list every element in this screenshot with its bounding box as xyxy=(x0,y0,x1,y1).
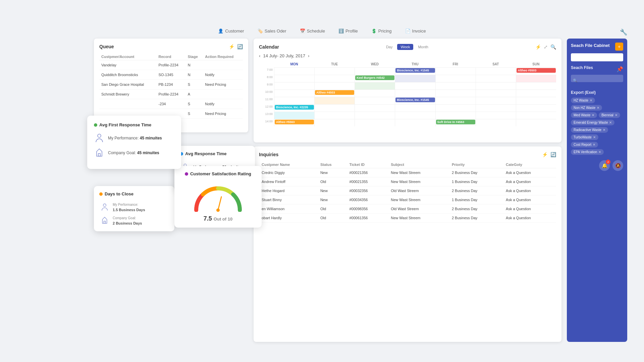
event-bioscience-1[interactable]: Bioscience, Inc. #1545 xyxy=(395,68,435,73)
inq-priority: 2 Business Day xyxy=(449,186,503,195)
tab-week[interactable]: Week xyxy=(397,44,413,50)
file-cabinet-search-input[interactable] xyxy=(571,53,623,61)
my-performance-row: My Performance: 45 minuites xyxy=(94,133,174,143)
cal-cell-sun-13 xyxy=(516,112,556,119)
remove-tag-btn[interactable]: ✕ xyxy=(615,113,618,117)
days-title: Days to Close xyxy=(99,191,169,196)
svg-rect-3 xyxy=(104,221,106,224)
event-bioscience-mon[interactable]: Bioscience, Inc. #2235 xyxy=(275,105,314,110)
export-tag-biennial[interactable]: Biennial✕ xyxy=(599,112,620,118)
inquiries-filter-btn[interactable]: ⚡ xyxy=(542,152,548,157)
cal-cell-sun-14 xyxy=(516,119,556,126)
queue-account: Schmidt Brewery xyxy=(99,89,156,99)
file-cabinet-add-btn[interactable]: + xyxy=(615,43,623,51)
queue-filter-btn[interactable]: ⚡ xyxy=(229,44,234,49)
queue-row[interactable]: -234 S Notify xyxy=(99,99,243,109)
queue-col-action: Action Required xyxy=(203,53,243,60)
calendar-tabs: Day Week Month xyxy=(383,44,432,50)
inq-row[interactable]: Credric Diggiy New #00021356 New Wast St… xyxy=(259,168,556,177)
event-bioscience-2[interactable]: Bioscience, Inc. #1545 xyxy=(395,98,435,102)
cal-next-btn[interactable]: › xyxy=(308,53,309,58)
svg-line-6 xyxy=(218,197,221,210)
export-tag-label: TurboWaste xyxy=(574,135,592,139)
tab-month[interactable]: Month xyxy=(415,44,432,50)
queue-col-stage: Stage xyxy=(186,53,203,60)
inq-row[interactable]: en Williamson Old #00098356 Old Wast Str… xyxy=(259,204,556,214)
inq-subject: New Wast Streem xyxy=(388,195,449,204)
remove-tag-btn[interactable]: ✕ xyxy=(609,121,612,124)
remove-tag-btn[interactable]: ✕ xyxy=(593,135,596,139)
export-tag-non-hz-waste[interactable]: Non HZ Waste✕ xyxy=(571,105,602,111)
remove-tag-btn[interactable]: ✕ xyxy=(592,113,594,117)
avg-first-response-card: Avg First Response Time My Performance: … xyxy=(87,116,181,169)
inq-priority: 1 Business Day xyxy=(449,177,503,186)
nav-customer[interactable]: 👤 Customer xyxy=(218,28,244,34)
calendar-expand-btn[interactable]: ⤢ xyxy=(544,44,548,50)
nav-sales-oder[interactable]: 🏷️ Sales Oder xyxy=(258,28,286,34)
inquiries-title: Inquiries xyxy=(259,152,278,157)
event-altheo-3[interactable]: Altheo #5563 xyxy=(275,120,314,124)
export-tags: HZ Waste✕Non HZ Waste✕Med Waste✕Biennial… xyxy=(571,98,623,155)
nav-profile[interactable]: ℹ️ Profile xyxy=(338,28,358,34)
inq-row[interactable]: Andrew Fintoff Old #00021355 New Wast St… xyxy=(259,177,556,186)
export-tag-epa-verification[interactable]: EPA Verification✕ xyxy=(571,149,604,155)
inq-priority: 2 Business Day xyxy=(449,214,503,223)
company-days-icon xyxy=(99,215,110,226)
queue-col-record: Record xyxy=(156,53,185,60)
inq-row[interactable]: Hethe Hogard New #00032356 Old Wast Stre… xyxy=(259,186,556,195)
queue-record: SO-1345 xyxy=(156,70,185,80)
event-keel-burgers[interactable]: Keel Burgers #4542 xyxy=(355,75,394,80)
queue-refresh-btn[interactable]: 🔄 xyxy=(237,44,243,49)
queue-row[interactable]: Quidditch Broomsticks SO-1345 N Notify xyxy=(99,70,243,80)
settings-icon[interactable]: 🔧 xyxy=(620,28,627,36)
cal-cell-thu-7: Bioscience, Inc. #1545 xyxy=(395,67,435,75)
nav-pricing[interactable]: 💲 Pricing xyxy=(371,28,392,34)
remove-tag-btn[interactable]: ✕ xyxy=(593,143,595,146)
queue-row[interactable]: Vandelay Profile-2234 N xyxy=(99,60,243,70)
inq-name: obart Hardly xyxy=(259,214,318,223)
cal-cell-sun-9 xyxy=(516,82,556,89)
event-soft-drive[interactable]: Soft Drive In #4563 xyxy=(436,120,475,124)
export-tag-turbowaste[interactable]: TurboWaste✕ xyxy=(571,134,598,140)
event-altheo-1[interactable]: Altheo #5503 xyxy=(517,68,556,73)
queue-row[interactable]: San Diego Grace Hospital PB-1234 S Need … xyxy=(99,80,243,89)
queue-stage: N xyxy=(186,60,203,70)
cal-cell-sun-8 xyxy=(516,75,556,82)
tab-day[interactable]: Day xyxy=(383,44,396,50)
export-tag-emerald-energy-waste[interactable]: Emerald Energy Waste✕ xyxy=(571,120,614,125)
cal-cell-thu-12 xyxy=(395,104,435,112)
queue-action: Notify xyxy=(203,70,243,80)
inq-category: Ask a Question xyxy=(503,177,556,186)
export-tag-radioactive-waste[interactable]: Radioactive Waste✕ xyxy=(571,127,608,133)
pricing-icon: 💲 xyxy=(371,28,377,34)
export-tag-med-waste[interactable]: Med Waste✕ xyxy=(571,112,597,118)
nav-invoice[interactable]: 📄 Invoice xyxy=(405,28,426,34)
queue-account: San Diego Grace Hospital xyxy=(99,80,156,89)
export-tag-hz-waste[interactable]: HZ Waste✕ xyxy=(571,98,595,103)
cal-cell-sat-7 xyxy=(476,67,516,75)
inq-row[interactable]: Stuart Binny New #00034356 New Wast Stre… xyxy=(259,195,556,204)
files-search-input[interactable] xyxy=(571,75,623,82)
nav-schedule[interactable]: 📅 Schedule xyxy=(300,28,325,34)
bell-outline-btn[interactable]: 🔕 xyxy=(612,160,623,171)
nav-sales-label: Sales Oder xyxy=(265,28,286,34)
remove-tag-btn[interactable]: ✕ xyxy=(590,99,592,102)
inq-ticket: #00021355 xyxy=(346,177,388,186)
inq-col-subject: Subject xyxy=(388,161,449,168)
remove-tag-btn[interactable]: ✕ xyxy=(603,128,605,132)
person-days-icon xyxy=(99,202,110,213)
export-tag-cost-report[interactable]: Cost Report✕ xyxy=(571,142,598,147)
cal-cell-thu-14 xyxy=(395,119,435,126)
inq-category: Ask a Question xyxy=(503,168,556,177)
calendar-search-btn[interactable]: 🔍 xyxy=(550,44,556,50)
remove-tag-btn[interactable]: ✕ xyxy=(597,106,599,110)
event-altheo-2[interactable]: Altheo #4503 xyxy=(315,90,354,95)
queue-row[interactable]: Schmidt Brewery Profile-2234 A xyxy=(99,89,243,99)
inquiries-refresh-btn[interactable]: 🔄 xyxy=(550,152,556,157)
cal-prev-btn[interactable]: ‹ xyxy=(259,53,260,58)
inq-row[interactable]: obart Hardly Old #00061356 New Wast Stre… xyxy=(259,214,556,223)
calendar-filter-btn[interactable]: ⚡ xyxy=(535,44,541,50)
cal-time-11: 11:00 xyxy=(259,97,274,104)
remove-tag-btn[interactable]: ✕ xyxy=(598,150,601,154)
pin-icon[interactable]: 📌 xyxy=(616,66,623,72)
